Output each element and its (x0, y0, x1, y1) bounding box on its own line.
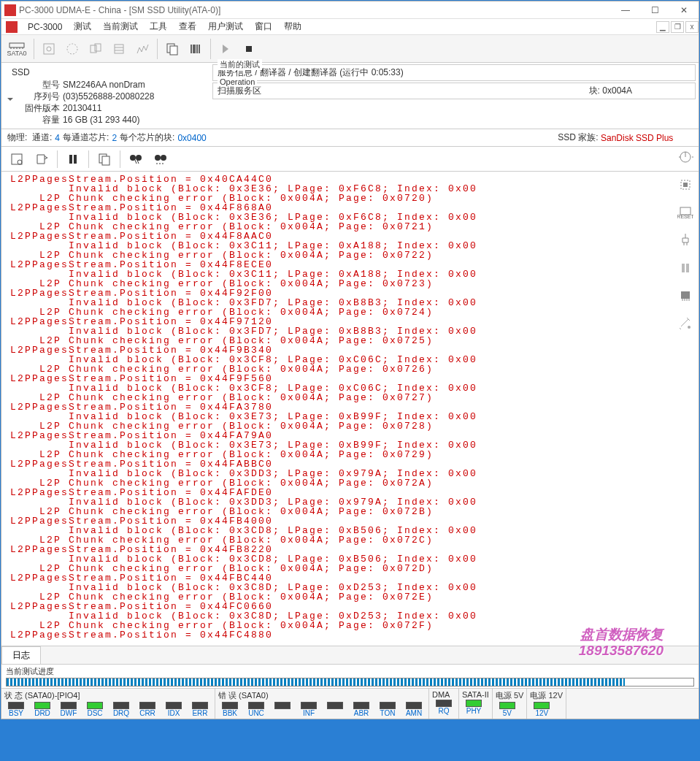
side-btn-settings[interactable] (676, 314, 695, 333)
watermark-phone: 18913587620 (579, 643, 664, 659)
log-area: L2PPagesStream.Position = 0x40CA44C0 Inv… (1, 172, 699, 646)
led-state-CRR: CRR (136, 702, 159, 717)
status-5v-title: 电源 5V (496, 690, 524, 702)
led-state-DWF: DWF (57, 702, 80, 717)
led-label: DWF (61, 709, 77, 717)
minimize-button[interactable]: — (611, 1, 640, 19)
side-btn-connector[interactable] (676, 231, 695, 250)
led-state-DSC: DSC (83, 702, 107, 717)
led-label: 12V (535, 709, 548, 717)
led-box (406, 702, 422, 709)
log-btn-1[interactable] (7, 150, 26, 169)
progress-row: 当前测试进度 (1, 665, 699, 689)
toolbar-btn-1[interactable] (39, 39, 59, 59)
model-label: 型号 (18, 79, 63, 91)
svg-rect-6 (115, 45, 123, 53)
status-dma-title: DMA (432, 690, 455, 700)
menu-user-test[interactable]: 用户测试 (202, 20, 249, 33)
toolbar-btn-2[interactable] (62, 39, 82, 59)
svg-point-18 (155, 155, 161, 161)
led-label: BBK (223, 709, 237, 717)
menu-view[interactable]: 查看 (173, 20, 202, 33)
menu-current-test[interactable]: 当前测试 (97, 20, 144, 33)
svg-point-19 (161, 155, 166, 161)
expand-icon[interactable] (7, 98, 13, 101)
menubar: PC-3000 测试 当前测试 工具 查看 用户测试 窗口 帮助 ▁ ❐ x (1, 19, 699, 35)
log-pause-button[interactable] (64, 150, 82, 169)
status-state-title: 状 态 (SATA0)-[PIO4] (4, 690, 212, 702)
toolbar-copy-button[interactable] (162, 39, 182, 59)
status-group-12v: 电源 12V 12V (527, 689, 566, 719)
led-12v-12V: 12V (530, 702, 553, 717)
led-label: DRD (34, 709, 50, 717)
app-name[interactable]: PC-3000 (22, 22, 68, 32)
led-label: UNC (248, 709, 264, 717)
maximize-button[interactable]: ☐ (640, 1, 669, 19)
svg-rect-27 (681, 291, 690, 299)
close-button[interactable]: ✕ (669, 1, 699, 19)
side-btn-cpu[interactable] (676, 286, 695, 305)
toolbar-btn-4[interactable] (109, 39, 129, 59)
log-text[interactable]: L2PPagesStream.Position = 0x40CA44C0 Inv… (10, 175, 697, 640)
sata-port-button[interactable]: SATA0 (4, 39, 29, 59)
toolbar-stop-button[interactable] (239, 39, 259, 59)
led-error-AMN: AMN (402, 702, 426, 717)
svg-rect-0 (9, 43, 24, 47)
led-box (34, 702, 50, 709)
sata-label: SATA0 (7, 50, 26, 57)
chips-label: 每通道芯片: (63, 131, 109, 144)
led-state-ERR: ERR (188, 702, 212, 717)
led-label: ABR (354, 709, 369, 717)
led-box (534, 702, 550, 709)
svg-rect-10 (12, 154, 22, 164)
led-box (113, 702, 129, 709)
toolbar-btn-5[interactable] (132, 39, 153, 59)
led-box (353, 702, 369, 709)
tab-log[interactable]: 日志 (1, 646, 41, 664)
progress-fill (7, 678, 625, 686)
block-label: 块: (589, 85, 600, 96)
toolbar-barcode-button[interactable] (185, 39, 206, 59)
mdi-close[interactable]: x (685, 21, 699, 33)
led-state-BSY: BSY (4, 702, 28, 717)
menu-test[interactable]: 测试 (68, 20, 97, 33)
titlebar: PC-3000 UDMA-E - China - [SM SSD Utility… (1, 1, 699, 19)
main-window: PC-3000 UDMA-E - China - [SM SSD Utility… (1, 1, 699, 719)
led-label: 5V (503, 709, 512, 717)
svg-rect-1 (44, 44, 54, 54)
menu-window[interactable]: 窗口 (249, 20, 278, 33)
menu-tools[interactable]: 工具 (144, 20, 173, 33)
log-copy-button[interactable] (95, 150, 114, 169)
mdi-restore[interactable]: ❐ (671, 21, 684, 33)
side-toolbar: RESET (674, 148, 697, 333)
led-label: IDX (168, 709, 180, 717)
operation-content: 扫描服务区 (218, 85, 261, 96)
watermark: 盘首数据恢复 18913587620 (579, 627, 664, 659)
blocks-label: 每个芯片的块: (120, 131, 174, 144)
log-find-next-button[interactable] (151, 150, 170, 169)
ssd-family-value: SanDisk SSD Plus (601, 133, 673, 143)
side-btn-chip[interactable] (676, 175, 695, 194)
svg-point-11 (18, 160, 22, 164)
led-box (8, 702, 24, 709)
progress-bar (6, 678, 694, 687)
cap-label: 容量 (18, 114, 63, 126)
side-btn-reset[interactable]: RESET (676, 203, 695, 222)
led-label: PHY (466, 707, 482, 715)
toolbar-play-button[interactable] (215, 39, 236, 59)
led-box (87, 702, 103, 709)
toolbar-btn-3[interactable] (85, 39, 106, 59)
led-box (139, 702, 155, 709)
status-group-error: 错 误 (SATA0) BBKUNCINFABRTONAMN (215, 689, 429, 719)
log-find-button[interactable] (126, 150, 145, 169)
led-box (166, 702, 182, 709)
serial-value: (03)5526888-20080228 (63, 91, 154, 102)
log-toolbar (1, 147, 699, 172)
mdi-minimize[interactable]: ▁ (656, 21, 669, 33)
menu-help[interactable]: 帮助 (278, 20, 307, 33)
current-test-content: 服务信息 / 翻译器 / 创建翻译器 (运行中 0:05:33) (218, 66, 691, 79)
log-btn-2[interactable] (32, 150, 51, 169)
side-btn-power[interactable] (676, 148, 695, 167)
fw-label: 固件版本 (18, 102, 63, 114)
side-btn-pause[interactable] (676, 259, 695, 278)
